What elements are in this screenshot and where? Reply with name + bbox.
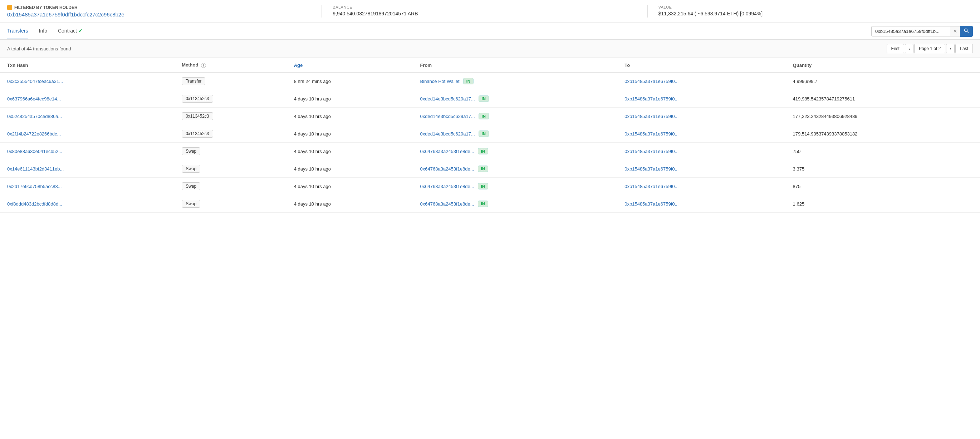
quantity-cell: 3,375: [786, 160, 980, 178]
txn-hash-link[interactable]: 0x80e88a630e041ecb52...: [7, 149, 62, 154]
from-cell: 0xded14e3bcd5c629a17...IN: [413, 125, 618, 143]
from-link[interactable]: 0xded14e3bcd5c629a17...: [420, 114, 475, 119]
table-row: 0x2f14b24722e8266bdc...0x113452c34 days …: [0, 125, 980, 143]
to-link[interactable]: 0xb15485a37a1e6759f0...: [624, 79, 678, 84]
method-cell: 0x113452c3: [175, 108, 287, 125]
txn-hash-cell: 0x52c8254a570ced886a...: [0, 108, 175, 125]
table-row: 0x2d17e9cd758b5acc88...Swap4 days 10 hrs…: [0, 178, 980, 195]
balance-section: BALANCE 9,940,540.032781918972014571 ARB: [322, 5, 648, 17]
direction-badge: IN: [478, 200, 488, 207]
quantity-cell: 179,514.90537439337805318​2: [786, 125, 980, 143]
tabs-row: Transfers Info Contract ✔ ✕: [0, 23, 980, 40]
txn-hash-cell: 0x2f14b24722e8266bdc...: [0, 125, 175, 143]
to-link[interactable]: 0xb15485a37a1e6759f0...: [624, 96, 678, 102]
value-section: VALUE $11,332,215.64 ( ~6,598.9714 ETH) …: [648, 5, 973, 17]
from-link[interactable]: 0xded14e3bcd5c629a17...: [420, 96, 475, 102]
method-cell: 0x113452c3: [175, 125, 287, 143]
txn-hash-cell: 0x3c35554047fceac6a31...: [0, 73, 175, 90]
tab-contract[interactable]: Contract ✔: [58, 23, 83, 39]
table-row: 0x52c8254a570ced886a...0x113452c34 days …: [0, 108, 980, 125]
method-badge: Swap: [182, 147, 200, 155]
col-age: Age: [287, 58, 413, 73]
direction-badge: IN: [478, 165, 488, 172]
age-cell: 8 hrs 24 mins ago: [287, 73, 413, 90]
tab-transfers[interactable]: Transfers: [7, 23, 28, 39]
age-cell: 4 days 10 hrs ago: [287, 143, 413, 160]
age-cell: 4 days 10 hrs ago: [287, 90, 413, 108]
to-link[interactable]: 0xb15485a37a1e6759f0...: [624, 201, 678, 207]
method-cell: Swap: [175, 160, 287, 178]
to-link[interactable]: 0xb15485a37a1e6759f0...: [624, 114, 678, 119]
to-link[interactable]: 0xb15485a37a1e6759f0...: [624, 166, 678, 172]
quantity-cell: 875: [786, 178, 980, 195]
txn-hash-link[interactable]: 0x3c35554047fceac6a31...: [7, 79, 63, 84]
table-header-row: Txn Hash Method i Age From To Quantity: [0, 58, 980, 73]
from-cell: 0xded14e3bcd5c629a17...IN: [413, 108, 618, 125]
txn-hash-cell: 0x2d17e9cd758b5acc88...: [0, 178, 175, 195]
to-link[interactable]: 0xb15485a37a1e6759f0...: [624, 184, 678, 189]
from-link[interactable]: 0x64768a3a2453f1e8de...: [420, 201, 474, 207]
to-cell: 0xb15485a37a1e6759f0...: [617, 73, 786, 90]
method-badge: Transfer: [182, 77, 205, 85]
quantity-cell: 750: [786, 143, 980, 160]
to-cell: 0xb15485a37a1e6759f0...: [617, 125, 786, 143]
to-cell: 0xb15485a37a1e6759f0...: [617, 90, 786, 108]
method-badge: 0x113452c3: [182, 112, 213, 120]
col-txn-hash: Txn Hash: [0, 58, 175, 73]
search-box: ✕: [871, 26, 973, 37]
method-info-icon[interactable]: i: [201, 63, 206, 68]
from-link[interactable]: 0x64768a3a2453f1e8de...: [420, 166, 474, 172]
txn-hash-cell: 0x80e88a630e041ecb52...: [0, 143, 175, 160]
txn-hash-cell: 0x637966a6e4fec98e14...: [0, 90, 175, 108]
first-page-button[interactable]: First: [887, 44, 904, 53]
results-row: A total of 44 transactions found First ‹…: [0, 40, 980, 58]
table-row: 0xf8ddd483d2bcdfd8d8d...Swap4 days 10 hr…: [0, 195, 980, 213]
txn-hash-link[interactable]: 0x2d17e9cd758b5acc88...: [7, 184, 62, 189]
balance-label: BALANCE: [332, 5, 640, 9]
from-cell: 0x64768a3a2453f1e8de...IN: [413, 178, 618, 195]
quantity-cell: 419,985.54235784719275611: [786, 90, 980, 108]
to-link[interactable]: 0xb15485a37a1e6759f0...: [624, 131, 678, 137]
method-badge: Swap: [182, 200, 200, 208]
from-cell: 0xded14e3bcd5c629a17...IN: [413, 90, 618, 108]
clear-button[interactable]: ✕: [950, 26, 960, 37]
next-page-button[interactable]: ›: [946, 44, 955, 53]
balance-value: 9,940,540.032781918972014571 ARB: [332, 11, 640, 16]
from-link[interactable]: 0x64768a3a2453f1e8de...: [420, 149, 474, 154]
age-cell: 4 days 10 hrs ago: [287, 125, 413, 143]
from-link[interactable]: 0xded14e3bcd5c629a17...: [420, 131, 475, 137]
direction-badge: IN: [479, 130, 489, 137]
search-button[interactable]: [960, 26, 973, 37]
age-cell: 4 days 10 hrs ago: [287, 195, 413, 213]
filter-icon: [7, 5, 12, 10]
quantity-cell: 177,223.24328449380692848​9: [786, 108, 980, 125]
to-cell: 0xb15485a37a1e6759f0...: [617, 178, 786, 195]
from-cell: 0x64768a3a2453f1e8de...IN: [413, 160, 618, 178]
from-link[interactable]: Binance Hot Wallet: [420, 79, 460, 84]
to-link[interactable]: 0xb15485a37a1e6759f0...: [624, 149, 678, 154]
txn-hash-link[interactable]: 0x2f14b24722e8266bdc...: [7, 131, 61, 137]
txn-hash-link[interactable]: 0x52c8254a570ced886a...: [7, 114, 62, 119]
direction-badge: IN: [478, 148, 488, 154]
filter-badge: FILTERED BY TOKEN HOLDER: [7, 5, 78, 10]
to-cell: 0xb15485a37a1e6759f0...: [617, 160, 786, 178]
last-page-button[interactable]: Last: [955, 44, 973, 53]
from-cell: Binance Hot WalletIN: [413, 73, 618, 90]
filter-section: FILTERED BY TOKEN HOLDER 0xb15485a37a1e6…: [7, 5, 322, 17]
txn-hash-link[interactable]: 0x637966a6e4fec98e14...: [7, 96, 61, 102]
search-input[interactable]: [871, 26, 950, 37]
col-quantity: Quantity: [786, 58, 980, 73]
quantity-cell: 1,625: [786, 195, 980, 213]
prev-page-button[interactable]: ‹: [905, 44, 913, 53]
txn-hash-link[interactable]: 0xf8ddd483d2bcdfd8d8d...: [7, 201, 62, 207]
search-icon: [964, 28, 969, 33]
filter-address[interactable]: 0xb15485a37a1e6759f0dff1bdccfc27c2c96c8b…: [7, 11, 124, 17]
table-row: 0x637966a6e4fec98e14...0x113452c34 days …: [0, 90, 980, 108]
verified-icon: ✔: [78, 28, 83, 33]
txn-hash-link[interactable]: 0x14e611143bf2d3411eb...: [7, 166, 64, 172]
direction-badge: IN: [479, 113, 489, 119]
col-method: Method i: [175, 58, 287, 73]
tab-info[interactable]: Info: [39, 23, 47, 39]
results-text: A total of 44 transactions found: [7, 46, 71, 51]
from-link[interactable]: 0x64768a3a2453f1e8de...: [420, 184, 474, 189]
